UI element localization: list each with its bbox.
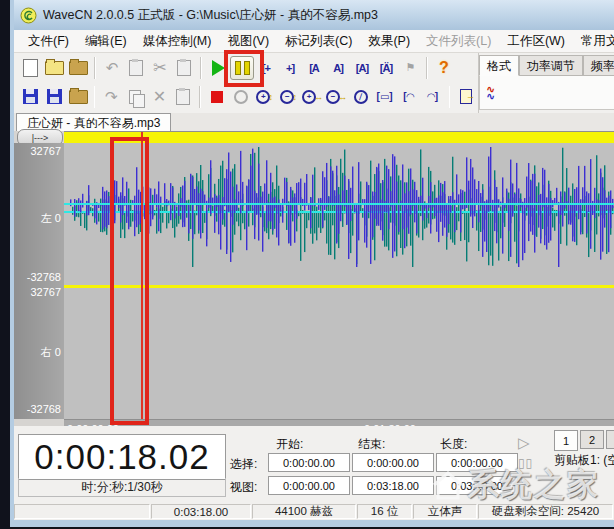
redo-button[interactable]: ↷ [99,84,123,110]
cursor-to-end-icon: A] [333,62,343,74]
format-panel-body: ∿∿ [479,76,614,110]
selection-start-field[interactable]: 0:00:00.00 [268,453,350,472]
menu-effects[interactable]: 效果(P) [360,30,418,53]
menu-marker-list[interactable]: 标记列表(C) [277,30,360,53]
tab-power-adjust[interactable]: 功率调节 [519,55,583,76]
waveform-view[interactable] [64,143,614,419]
status-field-bitdepth: 16 位 [357,504,412,519]
menu-file[interactable]: 文件(F) [20,30,77,53]
window-bottom-border [10,520,614,527]
new-file-icon [23,59,38,77]
new-file-button[interactable] [18,55,42,81]
save-as-icon [47,89,62,104]
status-bar: 0:03:18.00 44100 赫兹 16 位 立体声 硬盘剩余空间: 254… [14,503,614,520]
right-max-label: 32767 [30,286,61,298]
main-toolbar: ↶ ✂ [+ +] [A A] [A] [Ä] ⚑ ? ↷ [14,53,478,113]
preview-pause-icon[interactable]: ▯▯ [518,456,533,470]
playhead-cursor[interactable] [141,132,143,419]
selection-end-field[interactable]: 0:00:00.00 [352,453,434,472]
current-time-display: 0:00:18.02 [34,437,209,477]
zoom-out-horizontal-button[interactable]: −↔ [325,84,349,110]
save-as-button[interactable] [42,84,66,110]
zoom-in-horizontal-button[interactable]: +↔ [301,84,325,110]
toolbar-separator [200,57,202,79]
right-zero-label: 右 0 [41,345,61,360]
cursor-to-start-button[interactable]: [A [302,55,326,81]
selection-length-field[interactable]: 0:00:00.00 [436,453,518,472]
select-all-button[interactable]: [Ä] [374,55,398,81]
pause-icon [230,56,254,80]
screenshot-root: WaveCN 2.0.0.5 正式版 - G:\Music\庄心妍 - 真的不容… [0,0,614,529]
menu-edit[interactable]: 编辑(E) [77,30,135,53]
left-max-label: 32767 [30,145,61,157]
selection-end-button[interactable]: +] [278,55,302,81]
tab-format[interactable]: 格式 [479,55,519,76]
toolbar-separator [94,86,95,108]
paste-insert-button[interactable] [171,84,195,110]
help-button[interactable]: ? [432,55,456,81]
insert-folder-icon [69,61,88,75]
flag-button: ⚑ [398,55,422,81]
cursor-to-end-button[interactable]: A] [326,55,350,81]
status-field-samplerate: 44100 赫兹 [252,504,356,519]
view-start-field[interactable]: 0:00:00.00 [268,476,350,495]
toolbar-separator [199,86,200,108]
paste-mix-button[interactable] [124,55,148,81]
cut-button[interactable]: ✂ [148,55,172,81]
time-format-label: 时:分:秒:1/30秒 [18,478,226,497]
insert-file-button[interactable] [66,55,90,81]
transport-panel: 0:00:18.02 时:分:秒:1/30秒 开始: 结束: 长度: 选择: 视… [14,426,614,503]
preview-play-icon[interactable]: ▷ [518,434,533,452]
zoom-selection-start-button[interactable]: [◠ [397,84,421,110]
zoom-out-vertical-button[interactable]: −↕ [277,84,301,110]
clipboard-tab-3[interactable]: 3 [606,430,614,449]
play-icon [212,60,225,76]
pause-button[interactable] [230,55,254,81]
stop-button[interactable] [205,84,229,110]
zoom-in-vertical-button[interactable]: +↕ [253,84,277,110]
status-field-length: 0:03:18.00 [151,504,251,519]
save-button[interactable] [18,84,42,110]
row-label-view: 视图: [230,479,257,496]
play-button[interactable] [206,55,230,81]
zoom-reset-button[interactable]: ⧸ [349,84,373,110]
convert-format-button[interactable]: ∿∿ [486,86,495,99]
menu-workspace[interactable]: 工作区(W) [499,30,573,53]
view-end-field[interactable]: 0:03:18.00 [352,476,434,495]
close-folder-icon [69,90,88,104]
clipboard-tab-2[interactable]: 2 [580,430,604,449]
close-file-button[interactable] [66,84,90,110]
view-length-field[interactable]: 0:03:18.00 [436,476,518,495]
zoom-to-selection-button[interactable]: [▭] [373,84,397,110]
clipboard-tabs: 1 2 3 [554,430,614,451]
exit-button[interactable] [454,84,478,110]
copy-icon [129,90,141,104]
selection-start-button[interactable]: [+ [254,55,278,81]
copy-button[interactable] [123,84,147,110]
preview-controls: ▷ ▯▯ [518,434,533,470]
open-file-button[interactable] [42,55,66,81]
clipboard-tab-1[interactable]: 1 [554,430,578,451]
left-min-label: -32768 [27,271,61,283]
header-end: 结束: [358,436,385,453]
zoom-selection-end-button[interactable]: ◠] [421,84,445,110]
paste-insert-icon [176,89,190,105]
menu-media-control[interactable]: 媒体控制(M) [135,30,220,53]
select-all-icon: [Ä] [380,62,392,74]
cut-scissors-icon: ✂ [153,60,166,76]
undo-icon: ↶ [106,60,119,75]
tab-frequency-adjust[interactable]: 频率调节 [583,55,614,76]
flag-icon: ⚑ [406,61,415,74]
help-icon: ? [439,59,449,77]
title-bar[interactable]: WaveCN 2.0.0.5 正式版 - G:\Music\庄心妍 - 真的不容… [10,0,614,31]
menu-common-files[interactable]: 常用文件(A) [573,30,614,53]
menu-view[interactable]: 视图(V) [219,30,277,53]
header-start: 开始: [276,436,303,453]
save-icon [23,89,38,104]
select-view-button[interactable]: [A] [350,55,374,81]
status-field-empty [14,504,150,519]
paste-new-button[interactable] [172,55,196,81]
time-display-box: 0:00:18.02 [18,434,226,480]
delete-button[interactable]: ✕ [147,84,171,110]
undo-button[interactable]: ↶ [100,55,124,81]
